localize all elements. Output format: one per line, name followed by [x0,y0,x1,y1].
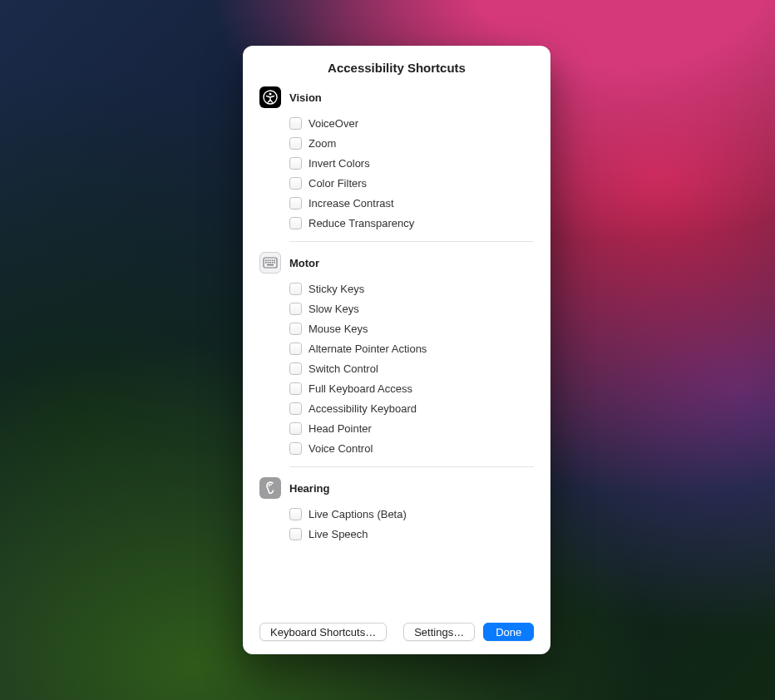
svg-rect-8 [265,262,267,264]
option-zoom[interactable]: Zoom [289,133,534,153]
option-label: Slow Keys [309,303,359,315]
section-header: Motor [259,252,534,274]
options-list: Live Captions (Beta) Live Speech [259,504,534,544]
svg-point-1 [269,92,271,95]
checkbox[interactable] [289,362,302,375]
section-title: Hearing [289,482,329,495]
section-hearing: Hearing Live Captions (Beta) Live Speech [259,477,534,544]
checkbox[interactable] [289,442,302,455]
svg-rect-9 [268,262,269,264]
option-label: Reduce Transparency [309,217,414,229]
option-voice-control[interactable]: Voice Control [289,438,534,458]
panel-footer: Keyboard Shortcuts… Settings… Done [259,613,534,641]
checkbox[interactable] [289,117,302,130]
option-alternate-pointer-actions[interactable]: Alternate Pointer Actions [289,338,534,358]
checkbox[interactable] [289,177,302,190]
option-label: Accessibility Keyboard [309,402,417,415]
checkbox[interactable] [289,508,302,520]
option-voiceover[interactable]: VoiceOver [289,113,534,133]
option-label: Invert Colors [309,157,370,170]
checkbox[interactable] [289,382,302,395]
option-increase-contrast[interactable]: Increase Contrast [289,193,534,213]
svg-rect-12 [274,262,275,264]
done-button[interactable]: Done [483,623,534,641]
option-label: VoiceOver [309,117,358,130]
section-header: Vision [259,86,534,108]
checkbox[interactable] [289,283,302,295]
ear-icon [259,477,281,499]
option-switch-control[interactable]: Switch Control [289,358,534,378]
option-label: Sticky Keys [309,283,364,295]
option-live-speech[interactable]: Live Speech [289,524,534,544]
section-title: Vision [289,91,322,104]
option-label: Zoom [309,137,336,150]
option-label: Live Captions (Beta) [309,508,407,520]
option-label: Mouse Keys [309,323,368,335]
option-label: Alternate Pointer Actions [309,343,427,355]
option-sticky-keys[interactable]: Sticky Keys [289,279,534,298]
option-reduce-transparency[interactable]: Reduce Transparency [289,213,534,233]
option-invert-colors[interactable]: Invert Colors [289,153,534,173]
panel-content: Vision VoiceOver Zoom Invert Colors Colo… [259,86,534,613]
option-mouse-keys[interactable]: Mouse Keys [289,318,534,338]
checkbox[interactable] [289,303,302,315]
option-full-keyboard-access[interactable]: Full Keyboard Access [289,378,534,398]
option-label: Voice Control [309,442,373,455]
keyboard-icon [259,252,281,274]
option-label: Switch Control [309,362,378,375]
divider [289,466,534,467]
checkbox[interactable] [289,343,302,355]
settings-button[interactable]: Settings… [403,623,475,641]
checkbox[interactable] [289,197,302,210]
keyboard-shortcuts-button[interactable]: Keyboard Shortcuts… [259,623,387,641]
checkbox[interactable] [289,217,302,229]
option-head-pointer[interactable]: Head Pointer [289,418,534,438]
svg-rect-6 [272,260,274,262]
option-label: Color Filters [309,177,367,190]
checkbox[interactable] [289,422,302,435]
options-list: VoiceOver Zoom Invert Colors Color Filte… [259,113,534,233]
option-label: Head Pointer [309,422,372,435]
section-title: Motor [289,257,319,269]
svg-rect-13 [267,264,274,266]
option-label: Full Keyboard Access [309,382,412,395]
divider [289,241,534,242]
option-slow-keys[interactable]: Slow Keys [289,298,534,318]
checkbox[interactable] [289,528,302,540]
option-live-captions[interactable]: Live Captions (Beta) [289,504,534,524]
svg-rect-5 [269,260,271,262]
panel-title: Accessibility Shortcuts [259,61,534,75]
checkbox[interactable] [289,157,302,170]
option-color-filters[interactable]: Color Filters [289,173,534,193]
svg-rect-7 [274,260,275,262]
svg-rect-4 [268,260,269,262]
section-vision: Vision VoiceOver Zoom Invert Colors Colo… [259,86,534,233]
option-label: Increase Contrast [309,197,394,210]
section-motor: Motor Sticky Keys Slow Keys Mouse Keys A… [259,252,534,458]
checkbox[interactable] [289,323,302,335]
accessibility-icon [259,86,281,108]
option-accessibility-keyboard[interactable]: Accessibility Keyboard [289,398,534,418]
option-label: Live Speech [309,528,368,540]
checkbox[interactable] [289,402,302,415]
svg-rect-11 [272,262,274,264]
svg-rect-3 [265,260,267,262]
svg-rect-10 [269,262,271,264]
checkbox[interactable] [289,137,302,150]
options-list: Sticky Keys Slow Keys Mouse Keys Alterna… [259,279,534,458]
accessibility-shortcuts-panel: Accessibility Shortcuts Vision VoiceOver… [243,46,550,654]
section-header: Hearing [259,477,534,499]
